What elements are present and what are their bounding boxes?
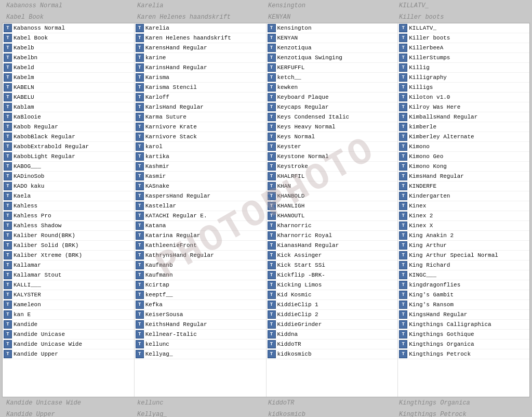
font-item[interactable]: TKillerbeeA (398, 43, 529, 53)
font-item[interactable]: TKimberley Alternate (398, 132, 529, 142)
font-item[interactable]: TKick Assinger (267, 251, 398, 260)
font-item[interactable]: TKingsHand Regular (398, 310, 529, 320)
font-item[interactable]: TKabelb (3, 43, 134, 53)
font-item[interactable]: TKasmir (135, 172, 266, 181)
font-item[interactable]: TKiddieGrinder (267, 320, 398, 330)
font-item[interactable]: TKandide Upper (3, 349, 134, 359)
font-item[interactable]: TKINGC___ (398, 270, 529, 280)
font-item[interactable]: TKabob Regular (3, 122, 134, 132)
font-item[interactable]: TKALYSTER (3, 290, 134, 300)
font-item[interactable]: TKHALRFIL (267, 172, 398, 181)
font-item[interactable]: TKing Anakin 2 (398, 231, 529, 241)
font-item[interactable]: TKeystroke (267, 162, 398, 172)
font-item[interactable]: TKABOG___ (3, 162, 134, 172)
font-item[interactable]: TKharnorric (267, 221, 398, 231)
font-item[interactable]: TKarloff (135, 93, 266, 102)
font-item[interactable]: TKeycaps Regular (267, 102, 398, 112)
font-item[interactable]: Tkan E (3, 310, 134, 320)
font-item[interactable]: TKimballsHand Regular (398, 112, 529, 122)
font-item[interactable]: TKinex 2 (398, 211, 529, 221)
font-item[interactable]: TKabanoss Normal (3, 23, 134, 33)
font-item[interactable]: TKILLATV_ (398, 23, 529, 33)
font-item[interactable]: TKcirtap (135, 280, 266, 290)
font-item[interactable]: TKaliber Round(BRK) (3, 231, 134, 241)
font-item[interactable]: TKeyster (267, 142, 398, 152)
font-item[interactable]: TKarnivore Krate (135, 122, 266, 132)
font-item[interactable]: TKaela (3, 191, 134, 201)
font-item[interactable]: TKing Arthur Special Normal (398, 251, 529, 260)
font-item[interactable]: TKiddieClip 1 (267, 300, 398, 310)
font-item[interactable]: TKing Arthur (398, 241, 529, 251)
font-item[interactable]: TKahless Shadow (3, 221, 134, 231)
font-item[interactable]: TKarlsHand Regular (135, 102, 266, 112)
font-item[interactable]: TKindergarten (398, 191, 529, 201)
font-item[interactable]: TKarelia (135, 23, 266, 33)
font-item[interactable]: TKENYAN (267, 33, 398, 43)
font-item[interactable]: TKinex X (398, 221, 529, 231)
font-item[interactable]: TKastellar (135, 201, 266, 211)
font-item[interactable]: TKiller boots (398, 33, 529, 43)
font-item[interactable]: TKarisma (135, 73, 266, 83)
font-item[interactable]: TKandide Unicase (3, 330, 134, 340)
font-item[interactable]: TKillerStumps (398, 53, 529, 63)
font-item[interactable]: TKallamar Stout (3, 270, 134, 280)
font-item[interactable]: TKillig (398, 63, 529, 73)
font-item[interactable]: TKiddna (267, 330, 398, 340)
font-item[interactable]: TKing's Gambit (398, 290, 529, 300)
font-item[interactable]: TKADinoSob (3, 172, 134, 181)
font-item[interactable]: Tkarol (135, 142, 266, 152)
font-item[interactable]: Tkingdragonflies (398, 280, 529, 290)
font-item[interactable]: TKefka (135, 300, 266, 310)
font-item[interactable]: Tkimberle (398, 122, 529, 132)
font-item[interactable]: TKiloton v1.0 (398, 93, 529, 102)
font-item[interactable]: TKameleon (3, 300, 134, 310)
font-item[interactable]: TKingthings Organica (398, 340, 529, 349)
font-item[interactable]: TKilligraphy (398, 73, 529, 83)
font-item[interactable]: TKarisma Stencil (135, 83, 266, 93)
font-item[interactable]: TKHANLIGH (267, 201, 398, 211)
font-item[interactable]: TKid Kosmic (267, 290, 398, 300)
font-item[interactable]: TKarinsHand Regular (135, 63, 266, 73)
font-item[interactable]: TKabobBlack Regular (3, 132, 134, 142)
font-item[interactable]: TKABELU (3, 93, 134, 102)
font-item[interactable]: Tkeeptf__ (135, 290, 266, 300)
font-item[interactable]: TKaren Helenes haandskrift (135, 33, 266, 43)
font-item[interactable]: TKellyag_ (135, 349, 266, 359)
font-item[interactable]: TKensington (267, 23, 398, 33)
font-item[interactable]: TKeiserSousa (135, 310, 266, 320)
font-item[interactable]: TKenzotiqua (267, 43, 398, 53)
font-item[interactable]: TKaliber Xtreme (BRK) (3, 251, 134, 260)
font-item[interactable]: TKashmir (135, 162, 266, 172)
font-item[interactable]: TKingthings Gothique (398, 330, 529, 340)
font-item[interactable]: TKilroy Was Here (398, 102, 529, 112)
font-item[interactable]: TKeys Condensed Italic (267, 112, 398, 122)
font-item[interactable]: TKallamar (3, 260, 134, 270)
font-item[interactable]: TKERFUFFL (267, 63, 398, 73)
font-item[interactable]: TKimono Geo (398, 152, 529, 162)
font-item[interactable]: TKarnivore Stack (135, 132, 266, 142)
font-item[interactable]: TKarma Suture (135, 112, 266, 122)
font-item[interactable]: TKADO kaku (3, 181, 134, 191)
font-item[interactable]: TKing's Ransom (398, 300, 529, 310)
font-item[interactable]: TKathrynsHand Regular (135, 251, 266, 260)
font-item[interactable]: TKHANBOLD (267, 191, 398, 201)
font-item[interactable]: TKabeld (3, 63, 134, 73)
font-item[interactable]: TKicking Limos (267, 280, 398, 290)
font-item[interactable]: Tkewken (267, 83, 398, 93)
font-item[interactable]: Tkellunc (135, 340, 266, 349)
font-item[interactable]: TKatarina Regular (135, 231, 266, 241)
font-item[interactable]: TKinex (398, 201, 529, 211)
font-item[interactable]: Tkidkosmicb (267, 349, 398, 359)
font-item[interactable]: TKALLI___ (3, 280, 134, 290)
font-item[interactable]: TKimono Kong (398, 162, 529, 172)
font-item[interactable]: TKabelbn (3, 53, 134, 63)
font-item[interactable]: TKaufmanb (135, 260, 266, 270)
font-item[interactable]: TKablam (3, 102, 134, 112)
font-item[interactable]: TKickflip -BRK- (267, 270, 398, 280)
font-item[interactable]: Tkarine (135, 53, 266, 63)
font-item[interactable]: TKharnorric Royal (267, 231, 398, 241)
font-item[interactable]: TKingthings Petrock (398, 349, 529, 359)
font-item[interactable]: TKenzotiqua Swinging (267, 53, 398, 63)
font-item[interactable]: TKellnear-Italic (135, 330, 266, 340)
font-item[interactable]: TKimsHand Regular (398, 172, 529, 181)
